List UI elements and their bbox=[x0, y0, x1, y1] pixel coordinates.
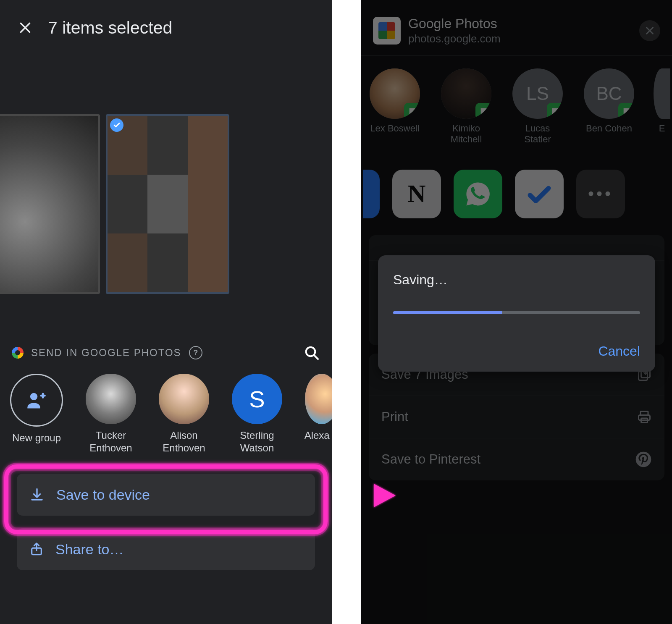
page-title: 7 items selected bbox=[48, 18, 172, 38]
save-to-device-button[interactable]: Save to device bbox=[17, 474, 315, 516]
cancel-button[interactable]: Cancel bbox=[598, 343, 640, 359]
svg-point-1 bbox=[30, 393, 37, 400]
phone-right-screen: Google Photos photos.google.com Lex Bosw… bbox=[361, 0, 672, 624]
progress-bar bbox=[393, 311, 640, 314]
new-group-button[interactable]: New group bbox=[10, 374, 63, 454]
progress-fill bbox=[393, 311, 502, 314]
contact-name: Alexa E bbox=[304, 429, 332, 442]
contact-name: Tucker Enthoven bbox=[86, 429, 136, 454]
contact-item[interactable]: Alison Enthoven bbox=[159, 374, 209, 454]
svg-point-0 bbox=[306, 347, 315, 357]
checkmark-icon bbox=[110, 118, 123, 132]
contact-name: Sterling Watson bbox=[232, 429, 282, 454]
avatar-initial: S bbox=[232, 374, 282, 424]
saving-modal: Saving… Cancel bbox=[378, 255, 655, 372]
phone-left-screen: 7 items selected SEND IN GOOGLE PHOTOS ? bbox=[0, 0, 332, 624]
contact-name: Alison Enthoven bbox=[159, 429, 209, 454]
contact-item[interactable]: S Sterling Watson bbox=[232, 374, 282, 454]
share-to-button[interactable]: Share to… bbox=[17, 528, 315, 570]
google-photos-icon bbox=[12, 347, 24, 359]
action-label: Save to device bbox=[56, 487, 150, 503]
contact-name: New group bbox=[12, 432, 61, 444]
share-icon bbox=[29, 542, 44, 556]
thumbnail-item[interactable] bbox=[106, 114, 229, 294]
left-header: 7 items selected bbox=[0, 0, 332, 55]
thumbnail-item[interactable] bbox=[0, 114, 100, 294]
close-icon[interactable] bbox=[15, 18, 35, 38]
action-label: Share to… bbox=[55, 541, 124, 558]
selected-thumbnails bbox=[0, 55, 332, 294]
contact-item[interactable]: Tucker Enthoven bbox=[86, 374, 136, 454]
google-photos-contacts-row: New group Tucker Enthoven Alison Enthove… bbox=[0, 361, 332, 454]
section-label: SEND IN GOOGLE PHOTOS bbox=[31, 347, 181, 359]
download-icon bbox=[29, 487, 45, 502]
contact-item[interactable]: Alexa E bbox=[305, 374, 332, 454]
help-icon[interactable]: ? bbox=[189, 346, 202, 359]
send-in-photos-section: SEND IN GOOGLE PHOTOS ? bbox=[0, 344, 332, 361]
modal-title: Saving… bbox=[393, 272, 640, 288]
search-icon[interactable] bbox=[303, 344, 320, 361]
